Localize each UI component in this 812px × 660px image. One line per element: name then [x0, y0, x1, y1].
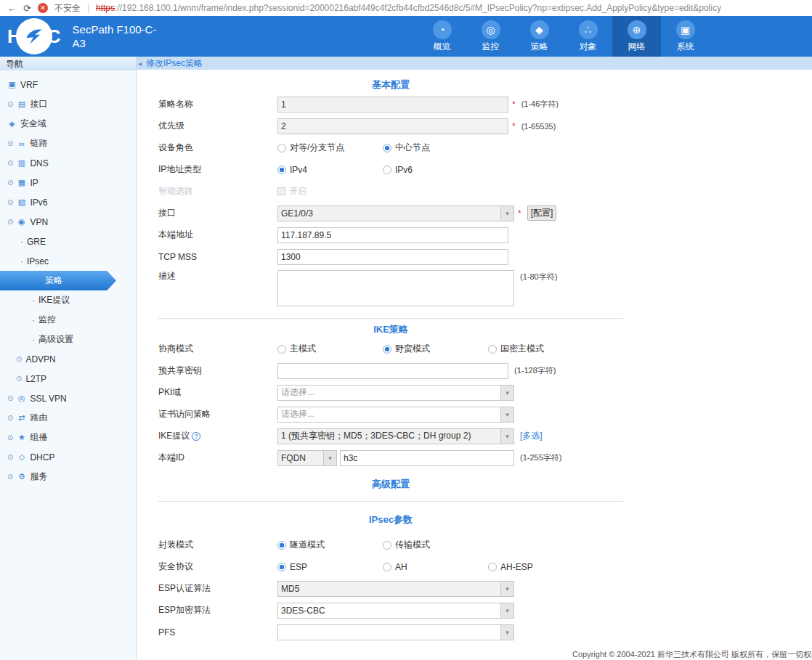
esp-enc-select[interactable]: 3DES-CBC▾ [277, 603, 514, 619]
collapse-sidebar-icon[interactable]: ◂ [138, 60, 142, 68]
sidebar-item-监控[interactable]: ·监控 [0, 310, 136, 330]
help-icon[interactable]: ? [192, 432, 200, 441]
screen: ← ⟳ ✕ 不安全 | https://192.168.100.1/wnm/fr… [0, 0, 812, 660]
sidebar-item-SSL VPN[interactable]: ⊙◎SSL VPN [0, 388, 136, 408]
bullet-icon: · [20, 256, 23, 266]
radio-center-node[interactable]: 中心节点 [383, 142, 488, 154]
radio-esp[interactable]: ESP [277, 562, 383, 572]
nav-item-监控[interactable]: ◎监控 [466, 16, 515, 57]
esp-auth-select[interactable]: MD5▾ [277, 581, 514, 597]
item-label: VPN [30, 217, 48, 227]
priority-input[interactable] [277, 118, 508, 134]
policy-name-input[interactable] [277, 97, 508, 113]
tcp-mss-input[interactable] [277, 249, 508, 265]
psk-input[interactable] [277, 363, 508, 379]
radio-transport-mode[interactable]: 传输模式 [383, 539, 488, 551]
checkbox-label: 开启 [289, 185, 306, 197]
sidebar-item-ADVPN[interactable]: ⊙ADVPN [0, 349, 136, 369]
sidebar-item-安全域[interactable]: ◈安全域 [0, 114, 136, 134]
sidebar-item-IKE提议[interactable]: ·IKE提议 [0, 290, 136, 310]
chevron-down-icon: ▾ [500, 386, 513, 400]
nav-item-概览[interactable]: ◔概览 [418, 16, 466, 57]
advanced-config-toggle[interactable]: 高级配置 [158, 478, 623, 491]
sidebar-item-高级设置[interactable]: ·高级设置 [0, 330, 136, 349]
sidebar-item-DHCP[interactable]: ⊙◇DHCP [0, 447, 136, 467]
radio-peer-branch-node[interactable]: 对等/分支节点 [277, 142, 383, 154]
item-label: 高级设置 [38, 333, 73, 346]
security-label[interactable]: 不安全 [54, 2, 81, 15]
sidebar-item-L2TP[interactable]: ⊙L2TP [0, 369, 136, 388]
content: ◂ 修改IPsec策略 基本配置 策略名称 * (1-46字符) 优先级 * (… [137, 57, 812, 660]
reload-icon[interactable]: ⟳ [23, 3, 31, 14]
back-icon[interactable]: ← [7, 3, 17, 14]
bullet-icon: · [32, 315, 35, 325]
radio-ah-esp[interactable]: AH-ESP [488, 562, 593, 572]
insecure-badge-icon[interactable]: ✕ [38, 3, 48, 13]
sidebar-item-IP[interactable]: ⊙▦IP [0, 173, 136, 192]
expand-icon: ⊙ [7, 453, 13, 461]
field-row-ip-type: IP地址类型 IPv4 IPv6 [158, 161, 710, 178]
chevron-down-icon: ▾ [500, 603, 513, 618]
smart-link-checkbox: 开启 [277, 185, 383, 197]
url-text: ://192.168.100.1/wnm/frame/index.php?ses… [115, 3, 721, 13]
sidebar-item-VRF[interactable]: ▣VRF [0, 75, 136, 94]
sidebar-item-策略[interactable]: 策略 [0, 271, 116, 290]
nav-item-策略[interactable]: ◆策略 [515, 16, 564, 57]
field-row-description: 描述 (1-80字符) [158, 270, 710, 308]
sidebar-item-IPv6[interactable]: ⊙▧IPv6 [0, 192, 136, 212]
item-icon: ∞ [17, 139, 26, 148]
item-icon: ★ [17, 433, 26, 442]
radio-ah[interactable]: AH [383, 562, 488, 572]
radio-label: 隧道模式 [290, 539, 325, 551]
address-bar[interactable]: https://192.168.100.1/wnm/frame/index.ph… [96, 3, 805, 13]
local-id-label: 本端ID [158, 452, 273, 464]
required-marker: * [512, 99, 516, 110]
radio-aggressive-mode[interactable]: 野蛮模式 [383, 343, 488, 355]
description-note: (1-80字符) [520, 272, 557, 282]
description-label: 描述 [158, 270, 273, 282]
field-row-local-id: 本端ID FQDN▾ (1-255字符) [158, 449, 710, 466]
radio-icon [383, 144, 391, 152]
nav-item-系统[interactable]: ▣系统 [661, 16, 710, 57]
sidebar-item-接口[interactable]: ⊙▤接口 [0, 94, 136, 114]
local-id-input[interactable] [340, 450, 514, 466]
interface-select[interactable]: GE1/0/3▾ [277, 205, 514, 221]
pfs-select[interactable]: ▾ [277, 624, 514, 640]
chevron-down-icon: ▾ [323, 451, 336, 465]
multi-select-link[interactable]: [多选] [520, 430, 543, 442]
item-label: IP [30, 178, 38, 188]
field-row-encap-mode: 封装模式 隧道模式 传输模式 [158, 537, 710, 553]
tab-modify-ipsec-policy[interactable]: 修改IPsec策略 [146, 57, 203, 70]
sidebar-item-GRE[interactable]: ·GRE [0, 232, 136, 251]
esp-enc-label: ESP加密算法 [158, 604, 273, 616]
sidebar-item-链路[interactable]: ⊙∞链路 [0, 134, 136, 153]
radio-ipv4[interactable]: IPv4 [277, 165, 383, 175]
radio-main-mode[interactable]: 主模式 [277, 343, 383, 355]
description-textarea[interactable] [277, 270, 514, 306]
sidebar-item-VPN[interactable]: ⊙◉VPN [0, 212, 136, 232]
item-icon: ▧ [17, 197, 26, 207]
radio-label: 主模式 [290, 343, 316, 355]
cert-policy-select[interactable]: 请选择...▾ [277, 407, 514, 423]
item-label: IKE提议 [38, 294, 70, 306]
item-label: 接口 [30, 98, 47, 110]
radio-ipv6[interactable]: IPv6 [383, 165, 488, 175]
sidebar-item-IPsec[interactable]: ·IPsec [0, 251, 136, 271]
interface-config-button[interactable]: [配置] [527, 205, 557, 221]
sidebar-item-DNS[interactable]: ⊙▥DNS [0, 153, 136, 173]
radio-tunnel-mode[interactable]: 隧道模式 [277, 539, 383, 551]
radio-gm-main-mode[interactable]: 国密主模式 [488, 343, 593, 355]
radio-label: 传输模式 [395, 539, 430, 551]
radio-icon [277, 541, 286, 550]
sidebar-item-组播[interactable]: ⊙★组播 [0, 428, 136, 447]
nav-item-对象[interactable]: ∴对象 [564, 16, 612, 57]
pki-domain-select[interactable]: 请选择...▾ [277, 385, 514, 401]
sidebar-item-服务[interactable]: ⊙⚙服务 [0, 467, 136, 486]
item-label: SSL VPN [30, 394, 66, 404]
pfs-label: PFS [158, 627, 273, 637]
nav-item-网络[interactable]: ⊕网络 [612, 16, 661, 57]
local-id-type-select[interactable]: FQDN▾ [277, 450, 337, 466]
local-address-input[interactable] [277, 227, 508, 243]
ike-proposal-select[interactable]: 1 (预共享密钥；MD5；3DES-CBC；DH group 2)▾ [277, 428, 514, 444]
sidebar-item-路由[interactable]: ⊙⇄路由 [0, 408, 136, 428]
